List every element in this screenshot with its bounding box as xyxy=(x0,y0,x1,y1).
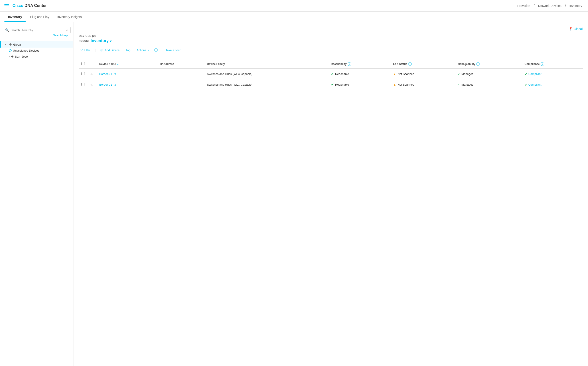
table-header-row: Device Name ▲ IP Address Device Family xyxy=(79,60,583,69)
breadcrumb-sep2: / xyxy=(565,4,566,8)
row-compliance-1: ✔ Compliant xyxy=(522,79,583,90)
tab-inventory-insights[interactable]: Inventory Insights xyxy=(54,12,85,22)
focus-line: FOCUS: Inventory ∨ xyxy=(79,38,583,43)
tab-plug-and-play[interactable]: Plug and Play xyxy=(26,12,53,22)
sort-asc-icon: ▲ xyxy=(117,63,119,65)
actions-info-icon[interactable]: i xyxy=(154,48,158,52)
compliance-info-icon[interactable]: i xyxy=(541,62,544,66)
th-reachability[interactable]: Reachability i xyxy=(328,60,391,69)
search-box[interactable]: 🔍 ▽ xyxy=(3,27,71,33)
add-device-button[interactable]: ⊕ Add Device xyxy=(98,47,121,53)
unassigned-label: Unassigned Devices xyxy=(13,49,39,52)
breadcrumb-sep1: / xyxy=(534,4,535,8)
actions-button[interactable]: Actions ∨ xyxy=(135,48,152,53)
take-tour-button[interactable]: Take a Tour xyxy=(164,48,182,53)
filter-icon[interactable]: ▽ xyxy=(66,28,68,32)
unassigned-dot-icon xyxy=(9,49,12,52)
hierarchy-item-global[interactable]: ∨ ❋ Global xyxy=(0,41,73,48)
managed-check-icon-0: ✔ xyxy=(458,72,460,76)
device-name-col-label: Device Name xyxy=(99,62,116,66)
search-container: 🔍 ▽ Search Help xyxy=(0,25,73,40)
row-family-1: Switches and Hubs (WLC Capable) xyxy=(204,79,328,90)
managed-text-1: Managed xyxy=(461,83,473,86)
device-family-col-label: Device Family xyxy=(207,62,225,66)
add-device-label: Add Device xyxy=(105,48,119,52)
compliance-text-0: Compliant xyxy=(528,72,541,76)
manageability-info-icon[interactable]: i xyxy=(476,62,480,66)
breadcrumb-inventory[interactable]: Inventory xyxy=(569,4,582,8)
content-area: 📍 Global DEVICES (2) FOCUS: Inventory ∨ … xyxy=(73,22,588,366)
location-pin-icon: 📍 xyxy=(568,27,573,31)
search-input[interactable] xyxy=(11,29,64,32)
select-all-checkbox[interactable] xyxy=(81,62,85,65)
take-tour-label: Take a Tour xyxy=(165,48,180,52)
row-tag-cell-0[interactable]: 🏷 xyxy=(88,69,97,79)
row-reachability-1: ✔ Reachable xyxy=(328,79,391,90)
th-eox-status[interactable]: EoX Status i xyxy=(390,60,455,69)
toolbar: ▽ Filter | ⊕ Add Device Tag Actions ∨ i … xyxy=(79,47,583,56)
eox-warning-icon-0: ▲ xyxy=(393,72,396,76)
devices-table-container: Device Name ▲ IP Address Device Family xyxy=(79,60,583,90)
top-nav: Cisco DNA Center Provision / Network Dev… xyxy=(0,0,588,12)
row-checkbox-cell-1[interactable] xyxy=(79,79,88,90)
reachability-info-icon[interactable]: i xyxy=(348,62,351,66)
reachability-text-0: Reachable xyxy=(335,72,349,76)
family-value-1: Switches and Hubs (WLC Capable) xyxy=(207,83,252,86)
filter-button[interactable]: ▽ Filter xyxy=(79,48,92,53)
breadcrumb-provision[interactable]: Provision xyxy=(517,4,530,8)
table-row: 🏷 Border-01 ⊙ Switches and Hubs (WLC Cap… xyxy=(79,69,583,79)
row-checkbox-1[interactable] xyxy=(81,83,85,86)
hierarchy-item-unassigned[interactable]: Unassigned Devices xyxy=(0,48,73,53)
row-checkbox-cell-0[interactable] xyxy=(79,69,88,79)
row-reachability-0: ✔ Reachable xyxy=(328,69,391,79)
breadcrumb-network-devices[interactable]: Network Devices xyxy=(538,4,562,8)
row-compliance-0: ✔ Compliant xyxy=(522,69,583,79)
th-device-family[interactable]: Device Family xyxy=(204,60,328,69)
search-help-link[interactable]: Search Help xyxy=(3,33,71,39)
actions-dropdown-icon: ∨ xyxy=(148,48,150,52)
th-select-all[interactable] xyxy=(79,60,88,69)
search-icon: 🔍 xyxy=(5,28,9,32)
eox-text-1: Not Scanned xyxy=(398,83,414,86)
th-device-name[interactable]: Device Name ▲ xyxy=(97,60,157,69)
row-ip-1 xyxy=(157,79,204,90)
tag-button[interactable]: Tag xyxy=(124,48,132,53)
row-ip-0 xyxy=(157,69,204,79)
hamburger-menu[interactable] xyxy=(4,4,9,7)
row-checkbox-0[interactable] xyxy=(81,72,85,75)
brand-dna: DNA Center xyxy=(23,3,47,8)
eox-text-0: Not Scanned xyxy=(398,72,414,76)
th-ip-address[interactable]: IP Address xyxy=(157,60,204,69)
device-link-border-02[interactable]: Border-02 ⊙ xyxy=(99,83,155,86)
tag-icon-0[interactable]: 🏷 xyxy=(90,72,94,76)
brand-cisco: Cisco xyxy=(12,3,23,8)
row-manageability-1: ✔ Managed xyxy=(455,79,522,90)
th-manageability[interactable]: Manageability i xyxy=(455,60,522,69)
th-compliance[interactable]: Compliance i xyxy=(522,60,583,69)
filter-funnel-icon: ▽ xyxy=(81,48,83,52)
eox-warning-icon-1: ▲ xyxy=(393,83,396,86)
row-tag-cell-1[interactable]: 🏷 xyxy=(88,79,97,90)
device-link-border-01[interactable]: Border-01 ⊙ xyxy=(99,72,155,76)
family-value-0: Switches and Hubs (WLC Capable) xyxy=(207,72,252,76)
actions-label: Actions xyxy=(137,48,146,52)
hierarchy-item-san-jose[interactable]: › ❋ San_Jose xyxy=(0,53,73,60)
focus-dropdown[interactable]: Inventory ∨ xyxy=(91,38,112,43)
tag-icon-1[interactable]: 🏷 xyxy=(90,83,94,86)
add-icon: ⊕ xyxy=(100,48,103,53)
row-device-name-0: Border-01 ⊙ xyxy=(97,69,157,79)
focus-label: FOCUS: xyxy=(79,40,89,42)
tab-inventory[interactable]: Inventory xyxy=(4,12,26,22)
compliance-link-1[interactable]: ✔ Compliant xyxy=(525,83,580,87)
compliance-check-icon-0: ✔ xyxy=(525,72,527,76)
compliance-link-0[interactable]: ✔ Compliant xyxy=(525,72,580,76)
site-icon-global: ❋ xyxy=(9,43,12,46)
eox-info-icon[interactable]: i xyxy=(408,62,412,66)
compliance-col-label: Compliance xyxy=(525,62,540,66)
eox-badge-0: ▲ Not Scanned xyxy=(393,72,452,76)
device-name-text-1: Border-02 xyxy=(99,83,112,86)
reachable-check-icon-1: ✔ xyxy=(331,83,334,87)
breadcrumb: Provision / Network Devices / Inventory xyxy=(516,4,584,8)
reachability-badge-1: ✔ Reachable xyxy=(331,83,388,87)
device-name-text-0: Border-01 xyxy=(99,72,112,76)
